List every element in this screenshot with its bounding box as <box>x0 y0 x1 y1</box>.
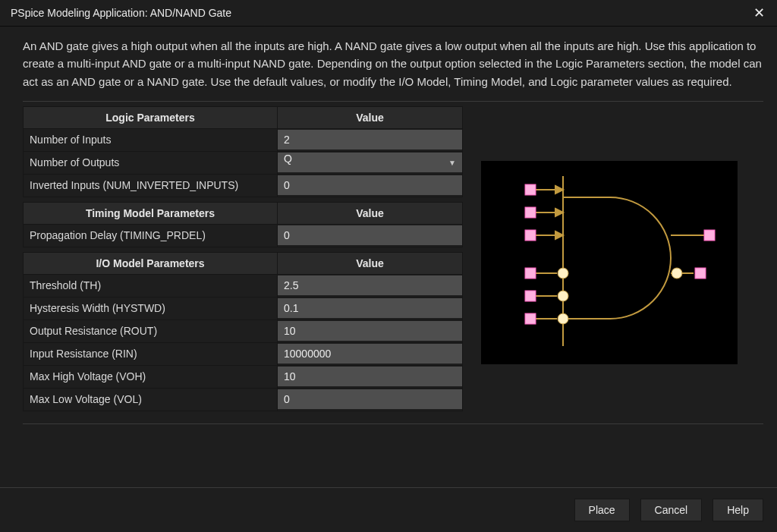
divider <box>23 101 763 102</box>
dialog-footer: Place Cancel Help <box>0 487 777 532</box>
svg-point-12 <box>558 291 568 301</box>
table-row: Propagation Delay (TIMING_PRDEL) <box>24 224 463 247</box>
propagation-delay-field[interactable] <box>278 225 462 245</box>
close-icon[interactable]: ✕ <box>749 5 769 21</box>
svg-rect-20 <box>525 291 536 301</box>
param-label: Hysteresis Width (HYSTWD) <box>24 297 278 320</box>
svg-rect-21 <box>525 313 536 324</box>
window-title: PSpice Modeling Application: AND/NAND Ga… <box>11 7 231 19</box>
param-label: Threshold (TH) <box>24 274 278 297</box>
hysteresis-field[interactable] <box>278 298 462 318</box>
table-row: Max Low Voltage (VOL) <box>24 388 463 411</box>
param-label: Output Resistance (ROUT) <box>24 320 278 342</box>
timing-header-label: Timing Model Parameters <box>24 202 278 224</box>
body-row: Logic Parameters Value Number of Inputs … <box>23 106 763 416</box>
vol-field[interactable] <box>278 389 462 409</box>
logic-parameters-table: Logic Parameters Value Number of Inputs … <box>23 106 463 197</box>
parameter-tables: Logic Parameters Value Number of Inputs … <box>23 106 463 416</box>
table-row: Number of Outputs Q <box>24 151 463 174</box>
table-row: Hysteresis Width (HYSTWD) <box>24 297 463 320</box>
gate-preview <box>481 161 738 364</box>
titlebar: PSpice Modeling Application: AND/NAND Ga… <box>0 0 777 27</box>
table-row: Input Resistance (RIN) <box>24 342 463 365</box>
io-header-value: Value <box>278 252 463 274</box>
description-text: An AND gate gives a high output when all… <box>23 37 763 90</box>
table-row: Max High Voltage (VOH) <box>24 365 463 388</box>
table-row: Number of Inputs <box>24 128 463 151</box>
svg-point-13 <box>558 313 568 324</box>
io-header-label: I/O Model Parameters <box>24 252 278 274</box>
place-button[interactable]: Place <box>574 499 630 521</box>
svg-rect-18 <box>525 230 536 241</box>
param-label: Max Low Voltage (VOL) <box>24 388 278 411</box>
dialog-window: PSpice Modeling Application: AND/NAND Ga… <box>0 0 777 532</box>
param-label: Max High Voltage (VOH) <box>24 365 278 388</box>
timing-header-value: Value <box>278 202 463 224</box>
param-label: Propagation Delay (TIMING_PRDEL) <box>24 224 278 247</box>
voh-field[interactable] <box>278 367 462 386</box>
inverted-inputs-field[interactable] <box>278 175 462 195</box>
logic-header-label: Logic Parameters <box>24 106 278 128</box>
num-outputs-select-wrap: Q <box>278 153 462 172</box>
param-label: Number of Outputs <box>24 151 278 174</box>
logic-header-value: Value <box>278 106 463 128</box>
threshold-field[interactable] <box>278 275 462 295</box>
cancel-button[interactable]: Cancel <box>640 499 703 521</box>
table-row: Output Resistance (ROUT) <box>24 320 463 342</box>
svg-marker-5 <box>555 209 563 216</box>
svg-point-11 <box>558 268 568 279</box>
num-inputs-field[interactable] <box>278 130 462 150</box>
param-label: Number of Inputs <box>24 128 278 151</box>
svg-rect-23 <box>695 268 706 279</box>
svg-rect-17 <box>525 207 536 218</box>
content-area: An AND gate gives a high output when all… <box>0 27 777 487</box>
rin-field[interactable] <box>278 344 462 364</box>
param-label: Input Resistance (RIN) <box>24 342 278 365</box>
io-parameters-table: I/O Model Parameters Value Threshold (TH… <box>23 252 463 411</box>
svg-rect-19 <box>525 268 536 279</box>
svg-point-15 <box>672 268 682 279</box>
svg-marker-7 <box>555 231 563 239</box>
table-row: Threshold (TH) <box>24 274 463 297</box>
preview-column <box>481 106 763 364</box>
svg-rect-22 <box>704 230 715 241</box>
help-button[interactable]: Help <box>713 499 763 521</box>
param-label: Inverted Inputs (NUM_INVERTED_INPUTS) <box>24 174 278 197</box>
rout-field[interactable] <box>278 321 462 341</box>
gate-schematic-icon <box>481 161 738 364</box>
table-row: Inverted Inputs (NUM_INVERTED_INPUTS) <box>24 174 463 197</box>
svg-marker-3 <box>555 186 563 194</box>
num-outputs-select[interactable]: Q <box>278 153 462 172</box>
svg-rect-16 <box>525 184 536 195</box>
divider <box>23 423 763 424</box>
timing-parameters-table: Timing Model Parameters Value Propagatio… <box>23 202 463 247</box>
